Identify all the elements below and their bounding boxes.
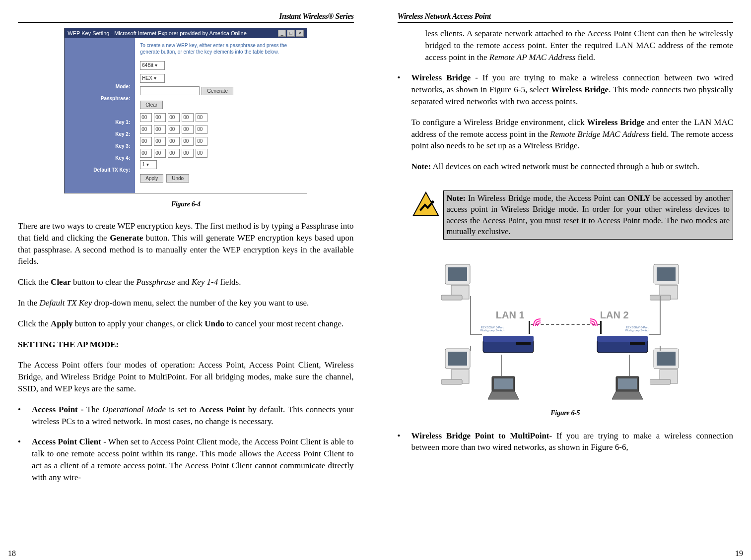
key2-label: Key 2:	[67, 128, 133, 140]
bullet-wb-multipoint: • Wireless Bridge Point to MultiPoint- I…	[398, 430, 734, 454]
svg-rect-25	[483, 336, 534, 342]
svg-rect-28	[597, 336, 648, 342]
key2-3[interactable]: 00	[168, 125, 180, 134]
apply-button[interactable]: Apply	[140, 174, 163, 183]
figure-6-5: LAN 1 LAN 2 EZXS55W 5-Port Workgroup Swi…	[436, 247, 694, 405]
figure-6-5-caption: Figure 6-5	[398, 408, 734, 418]
lan1-label: LAN 1	[496, 308, 525, 322]
pc-icon	[441, 261, 481, 301]
key4-3[interactable]: 00	[168, 149, 180, 158]
bullet-wireless-bridge: • Wireless Bridge - If you are trying to…	[398, 72, 734, 182]
default-tx-key-label: Default TX Key:	[67, 164, 133, 176]
svg-rect-17	[650, 379, 671, 384]
key1-4[interactable]: 00	[182, 113, 194, 122]
key4-5[interactable]: 00	[196, 149, 207, 158]
router-icon	[595, 331, 650, 356]
svg-rect-9	[441, 379, 462, 384]
bullet-marker: •	[18, 436, 32, 483]
key2-row: 00 00 00 00 00	[140, 124, 302, 135]
setting-ap-mode-heading: SETTING THE AP MODE:	[18, 339, 354, 351]
signal-icon	[585, 314, 599, 328]
key3-5[interactable]: 00	[196, 137, 207, 146]
passphrase-label: Passphrase:	[67, 93, 133, 105]
key2-1[interactable]: 00	[140, 125, 152, 134]
key4-1[interactable]: 00	[140, 149, 152, 158]
bullet-marker: •	[18, 404, 32, 428]
browser-titlebar: WEP Key Setting - Microsoft Internet Exp…	[65, 28, 307, 38]
left-p5: The Access Point offers four modes of op…	[18, 359, 354, 394]
key4-2[interactable]: 00	[154, 149, 166, 158]
undo-button[interactable]: Undo	[166, 174, 189, 183]
form-labels-sidebar: Mode: Passphrase: Key 1: Key 2: Key 3: K…	[65, 38, 135, 193]
mode-select[interactable]: HEX ▾	[140, 74, 165, 83]
bits-select[interactable]: 64Bit ▾	[140, 61, 165, 70]
form-instruction: To create a new WEP key, either enter a …	[140, 42, 302, 55]
left-page-number: 18	[8, 549, 16, 558]
svg-rect-7	[448, 352, 467, 366]
key4-4[interactable]: 00	[182, 149, 194, 158]
pc-icon	[650, 346, 689, 385]
laptop-icon	[486, 375, 521, 400]
clear-button[interactable]: Clear	[140, 101, 163, 109]
svg-rect-11	[657, 267, 676, 281]
figure-6-4: WEP Key Setting - Microsoft Internet Exp…	[64, 28, 307, 193]
browser-title: WEP Key Setting - Microsoft Internet Exp…	[68, 30, 247, 36]
router-icon	[481, 331, 536, 356]
left-header: Instant Wireless® Series	[18, 12, 354, 23]
svg-point-1	[431, 200, 434, 203]
key1-1[interactable]: 00	[140, 113, 152, 122]
left-p3: In the Default TX Key drop-down menu, se…	[18, 297, 354, 309]
key1-row: 00 00 00 00 00	[140, 112, 302, 124]
bullet-text: Access Point Client - When set to Access…	[32, 436, 354, 483]
key3-label: Key 3:	[67, 140, 133, 152]
svg-rect-19	[494, 378, 513, 389]
key3-4[interactable]: 00	[182, 137, 194, 146]
key2-2[interactable]: 00	[154, 125, 166, 134]
key4-row: 00 00 00 00 00	[140, 147, 302, 159]
svg-rect-26	[516, 342, 531, 345]
mode-label: Mode:	[67, 81, 133, 93]
key1-3[interactable]: 00	[168, 113, 180, 122]
right-page-number: 19	[735, 549, 743, 558]
note-text: Note: In Wireless Bridge mode, the Acces…	[443, 190, 734, 240]
svg-marker-23	[612, 391, 643, 399]
passphrase-input[interactable]	[140, 86, 200, 95]
maximize-button[interactable]: □	[287, 30, 295, 37]
antenna-icon	[529, 321, 530, 334]
pc-icon	[441, 346, 481, 385]
note-box: Note: In Wireless Bridge mode, the Acces…	[411, 190, 734, 240]
left-p4: Click the Apply button to apply your cha…	[18, 318, 354, 330]
key1-5[interactable]: 00	[196, 113, 207, 122]
generate-button[interactable]: Generate	[202, 87, 233, 95]
pc-icon	[650, 261, 689, 301]
key3-row: 00 00 00 00 00	[140, 135, 302, 147]
default-tx-key-select[interactable]: 1 ▾	[140, 160, 157, 169]
svg-rect-15	[657, 352, 676, 366]
svg-rect-3	[448, 267, 467, 281]
svg-rect-5	[441, 295, 462, 300]
minimize-button[interactable]: _	[278, 30, 286, 37]
key1-2[interactable]: 00	[154, 113, 166, 122]
figure-6-4-caption: Figure 6-4	[18, 200, 354, 208]
left-p1: There are two ways to create WEP encrypt…	[18, 220, 354, 267]
close-button[interactable]: ×	[296, 30, 304, 37]
bullet-ap-client: • Access Point Client - When set to Acce…	[18, 436, 354, 483]
wb-para2: To configure a Wireless Bridge environme…	[411, 117, 734, 152]
right-header: Wireless Network Access Point	[398, 12, 734, 23]
svg-marker-20	[488, 391, 519, 399]
bullet-text: Access Point - The Operational Mode is s…	[32, 404, 354, 428]
svg-rect-22	[618, 378, 637, 389]
right-p1: less clients. A separate network attache…	[398, 28, 734, 63]
antenna-icon	[600, 321, 602, 334]
bullet-access-point: • Access Point - The Operational Mode is…	[18, 404, 354, 428]
wb-para1: Wireless Bridge - If you are trying to m…	[411, 72, 734, 107]
key3-1[interactable]: 00	[140, 137, 152, 146]
svg-rect-29	[630, 342, 645, 345]
key2-5[interactable]: 00	[196, 125, 207, 134]
key3-2[interactable]: 00	[154, 137, 166, 146]
bullet-marker: •	[398, 72, 411, 182]
key2-4[interactable]: 00	[182, 125, 194, 134]
key3-3[interactable]: 00	[168, 137, 180, 146]
key4-label: Key 4:	[67, 152, 133, 164]
window-buttons: _ □ ×	[278, 30, 304, 37]
